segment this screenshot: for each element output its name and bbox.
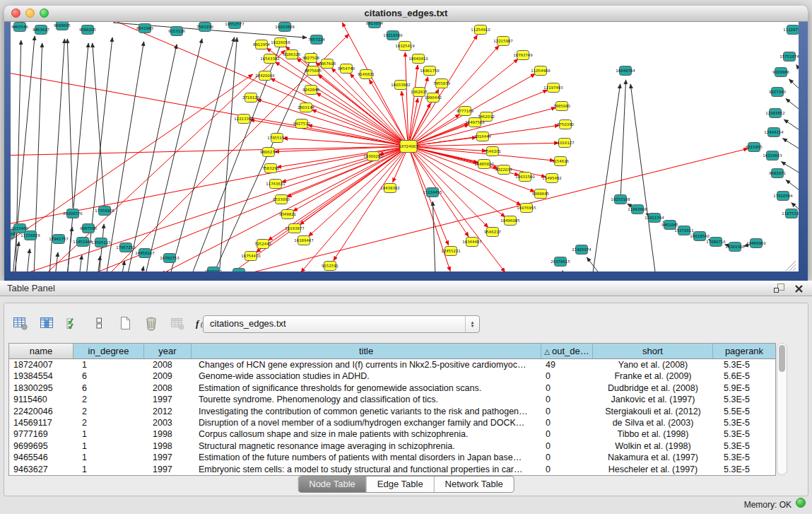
cell-out_degree[interactable]: 49 [541, 359, 593, 370]
network-edge-directed-black[interactable] [783, 139, 799, 153]
network-node[interactable]: 8750390 [557, 120, 575, 129]
network-node[interactable]: 9153126 [168, 27, 186, 36]
network-edge-directed-black[interactable] [784, 119, 799, 134]
cell-short[interactable]: Wolkin et al. (1998) [593, 440, 713, 452]
network-node[interactable]: 10401826 [229, 269, 249, 272]
cell-out_degree[interactable]: 0 [541, 440, 593, 452]
network-edge-directed-black[interactable] [55, 252, 58, 271]
scrollbar-thumb[interactable] [779, 345, 785, 372]
select-columns-icon[interactable] [62, 313, 83, 334]
network-node[interactable]: 8533093 [273, 195, 290, 204]
cell-name[interactable]: 9465546 [9, 452, 73, 463]
network-edge-directed-red[interactable] [408, 146, 554, 160]
network-node[interactable]: 2718120 [242, 93, 260, 103]
network-node[interactable]: 16033809 [275, 23, 295, 32]
column-header-title[interactable]: title [192, 344, 541, 358]
cell-year[interactable]: 1998 [144, 440, 192, 452]
network-node[interactable]: 7583290 [196, 23, 214, 32]
network-edge-directed-black[interactable] [67, 39, 73, 208]
network-node-hub[interactable]: 18724007 [399, 141, 418, 153]
cell-pagerank[interactable]: 5.3E-5 [713, 417, 775, 428]
network-node[interactable]: 9227343 [769, 88, 786, 97]
network-node[interactable]: 8454749 [338, 64, 355, 74]
network-node[interactable]: 16782753 [160, 254, 179, 263]
network-node[interactable]: 10233108 [611, 195, 630, 204]
network-edge-directed-black[interactable] [630, 84, 656, 271]
resize-grip[interactable] [786, 261, 796, 271]
network-node[interactable]: 18301566 [725, 243, 745, 252]
network-edge-directed-red[interactable] [408, 146, 488, 228]
network-node[interactable]: 8099695 [532, 189, 549, 199]
network-edge-directed-red[interactable] [276, 62, 408, 146]
cell-year[interactable]: 1997 [144, 464, 192, 475]
cell-out_degree[interactable]: 0 [541, 370, 593, 382]
network-edge-directed-red[interactable] [11, 74, 253, 247]
cell-out_degree[interactable]: 0 [541, 406, 593, 417]
network-node[interactable]: 12093852 [765, 109, 784, 118]
network-node[interactable]: 16961758 [420, 66, 440, 76]
network-node[interactable]: 21926974 [572, 245, 592, 255]
tab-network-table[interactable]: Network Table [434, 477, 514, 492]
network-node[interactable]: 11054908 [531, 66, 551, 76]
cell-year[interactable]: 2012 [144, 406, 192, 417]
network-node[interactable]: 17016504 [773, 192, 793, 201]
network-node[interactable]: 9463627 [33, 25, 49, 35]
network-node[interactable]: 7857224 [308, 35, 326, 45]
cell-pagerank[interactable]: 5.3E-5 [713, 359, 775, 370]
network-node[interactable]: 7955839 [433, 79, 451, 88]
network-node[interactable]: 7485083 [553, 102, 570, 111]
tab-node-table[interactable]: Node Table [298, 477, 366, 492]
network-node[interactable]: 9465546 [11, 23, 29, 32]
network-node[interactable]: 16033802 [391, 81, 410, 90]
network-node[interactable]: 19466960 [746, 239, 766, 248]
network-edge-directed-black[interactable] [620, 80, 626, 199]
memory-status[interactable]: Memory: OK [744, 500, 792, 510]
network-edge-directed-red[interactable] [20, 146, 408, 271]
cell-title[interactable]: Disruption of a novel member of a sodium… [192, 417, 541, 428]
cell-in_degree[interactable]: 1 [73, 428, 144, 440]
delete-table-icon[interactable] [141, 313, 161, 334]
cell-short[interactable]: Franke et al. (2009) [593, 370, 713, 382]
cell-year[interactable]: 2003 [144, 417, 192, 428]
cell-out_degree[interactable]: 0 [541, 417, 593, 428]
network-node[interactable]: 8215955 [746, 143, 763, 152]
network-node[interactable]: 8475685 [305, 66, 322, 76]
network-node[interactable]: 9546217 [484, 228, 501, 237]
network-edge-directed-black[interactable] [789, 79, 799, 95]
network-node[interactable]: 9146821 [358, 70, 375, 79]
cell-in_degree[interactable]: 6 [73, 370, 144, 382]
table-row[interactable]: 2242004622012Investigating the contribut… [9, 406, 775, 417]
cell-short[interactable]: Tibbo et al. (1998) [593, 428, 713, 440]
table-selector[interactable]: citations_edges.txt ▲▼ [203, 315, 480, 333]
row-height-icon[interactable] [88, 313, 109, 334]
network-node[interactable]: 9242848 [302, 86, 320, 95]
cell-year[interactable]: 2008 [144, 382, 192, 394]
cell-pagerank[interactable]: 5.6E-5 [713, 370, 775, 382]
network-node[interactable]: 9152591 [322, 262, 339, 271]
network-node[interactable]: 10496085 [500, 216, 519, 226]
cell-title[interactable]: Investigating the contribution of common… [192, 406, 541, 417]
cell-title[interactable]: Tourette syndrome. Phenomenology and cla… [192, 394, 541, 405]
network-node[interactable]: 15751074 [779, 52, 799, 62]
cell-short[interactable]: Dudbridge et al. (2008) [593, 382, 713, 394]
network-node[interactable]: 16210643 [763, 151, 782, 160]
cell-in_degree[interactable]: 1 [73, 359, 144, 370]
network-node[interactable]: 18226058 [271, 38, 290, 47]
memory-indicator[interactable] [796, 498, 806, 508]
table-row[interactable]: 1456911722003Disruption of a novel membe… [9, 417, 775, 428]
cell-title[interactable]: Changes of HCN gene expression and I(f) … [192, 359, 541, 370]
tab-edge-table[interactable]: Edge Table [366, 477, 434, 492]
cell-title[interactable]: Estimation of significance thresholds fo… [192, 382, 541, 394]
network-node[interactable]: 2316444 [474, 132, 492, 141]
cell-name[interactable]: 9115460 [9, 394, 73, 405]
table-row[interactable]: 946362711997Embryonic stem cells: a mode… [9, 464, 775, 475]
float-panel-icon[interactable] [773, 283, 785, 296]
network-canvas[interactable]: 9465546946362796996959586205864198391531… [11, 22, 799, 271]
table-row[interactable]: 1830029562008Estimation of significance … [9, 382, 775, 394]
cell-year[interactable]: 1997 [144, 452, 192, 463]
network-edge-directed-red[interactable] [161, 146, 408, 271]
network-edge-directed-red[interactable] [271, 78, 408, 146]
network-node[interactable]: 12444154 [764, 128, 784, 137]
close-panel-icon[interactable] [794, 284, 804, 296]
cell-pagerank[interactable]: 5.3E-5 [713, 440, 775, 452]
